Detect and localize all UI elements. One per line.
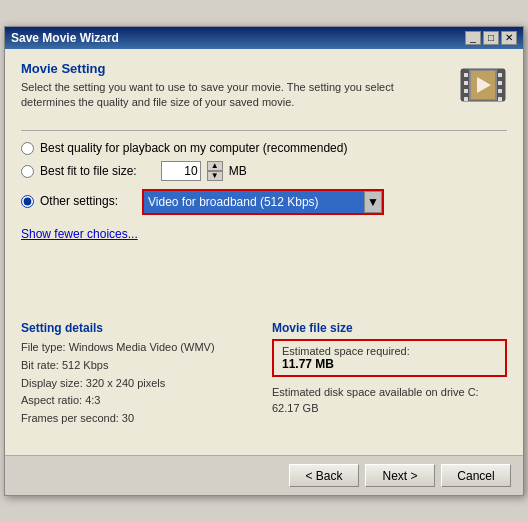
spinner-buttons: ▲ ▼ <box>207 161 223 181</box>
aspect-ratio-detail: Aspect ratio: 4:3 <box>21 392 256 410</box>
dropdown-row: Video for broadband (512 Kbps) Video for… <box>142 189 384 215</box>
radio-best-fit-label: Best fit to file size: <box>40 164 137 178</box>
other-settings-dropdown[interactable]: Video for broadband (512 Kbps) Video for… <box>144 191 364 213</box>
radio-row-1: Best quality for playback on my computer… <box>21 141 507 155</box>
dropdown-highlighted-border: Video for broadband (512 Kbps) Video for… <box>142 189 384 215</box>
cancel-button[interactable]: Cancel <box>441 464 511 487</box>
dialog-content: Movie Setting Select the setting you wan… <box>5 49 523 456</box>
window-title: Save Movie Wizard <box>11 31 119 45</box>
header-area: Movie Setting Select the setting you wan… <box>21 61 507 123</box>
back-button[interactable]: < Back <box>289 464 359 487</box>
setting-details-panel: Setting details File type: Windows Media… <box>21 321 256 427</box>
show-fewer-link[interactable]: Show fewer choices... <box>21 227 138 241</box>
footer-bar: < Back Next > Cancel <box>5 455 523 495</box>
section-description: Select the setting you want to use to sa… <box>21 80 449 111</box>
radio-best-quality[interactable] <box>21 142 34 155</box>
radio-group: Best quality for playback on my computer… <box>21 141 507 215</box>
file-type-detail: File type: Windows Media Video (WMV) <box>21 339 256 357</box>
dropdown-arrow-icon[interactable]: ▼ <box>364 191 382 213</box>
maximize-button[interactable]: □ <box>483 31 499 45</box>
svg-rect-10 <box>498 97 502 101</box>
setting-details-text: File type: Windows Media Video (WMV) Bit… <box>21 339 256 427</box>
bit-rate-detail: Bit rate: 512 Kbps <box>21 357 256 375</box>
disk-space-label: Estimated disk space available on drive … <box>272 386 479 398</box>
minimize-button[interactable]: _ <box>465 31 481 45</box>
svg-rect-7 <box>498 73 502 77</box>
estimated-space-value: 11.77 MB <box>282 357 497 371</box>
divider <box>21 130 507 131</box>
unit-label: MB <box>229 164 247 178</box>
radio-other-settings[interactable] <box>21 195 34 208</box>
radio-row-2: Best fit to file size: ▲ ▼ MB <box>21 161 507 181</box>
display-size-detail: Display size: 320 x 240 pixels <box>21 375 256 393</box>
disk-space-text: Estimated disk space available on drive … <box>272 385 507 416</box>
main-window: Save Movie Wizard _ □ ✕ Movie Setting Se… <box>4 26 524 497</box>
file-size-input[interactable] <box>161 161 201 181</box>
svg-rect-3 <box>464 73 468 77</box>
close-button[interactable]: ✕ <box>501 31 517 45</box>
radio-other-settings-label: Other settings: <box>40 194 118 208</box>
next-button[interactable]: Next > <box>365 464 435 487</box>
svg-rect-4 <box>464 81 468 85</box>
bottom-area: Setting details File type: Windows Media… <box>21 321 507 427</box>
radio-best-quality-label: Best quality for playback on my computer… <box>40 141 347 155</box>
radio-row-3: Other settings: Video for broadband (512… <box>21 187 507 215</box>
estimated-space-box: Estimated space required: 11.77 MB <box>272 339 507 377</box>
spinner-up-btn[interactable]: ▲ <box>207 161 223 171</box>
fps-detail: Frames per second: 30 <box>21 410 256 428</box>
svg-rect-6 <box>464 97 468 101</box>
section-title: Movie Setting <box>21 61 449 76</box>
title-bar: Save Movie Wizard _ □ ✕ <box>5 27 523 49</box>
estimated-space-label: Estimated space required: <box>282 345 497 357</box>
movie-file-size-title: Movie file size <box>272 321 507 335</box>
spinner-down-btn[interactable]: ▼ <box>207 171 223 181</box>
svg-rect-5 <box>464 89 468 93</box>
svg-rect-8 <box>498 81 502 85</box>
movie-file-size-panel: Movie file size Estimated space required… <box>272 321 507 427</box>
radio-best-fit[interactable] <box>21 165 34 178</box>
svg-rect-9 <box>498 89 502 93</box>
file-size-row: ▲ ▼ MB <box>161 161 247 181</box>
header-text: Movie Setting Select the setting you wan… <box>21 61 449 123</box>
disk-space-value: 62.17 GB <box>272 402 318 414</box>
title-bar-controls: _ □ ✕ <box>465 31 517 45</box>
film-icon <box>459 61 507 109</box>
setting-details-title: Setting details <box>21 321 256 335</box>
